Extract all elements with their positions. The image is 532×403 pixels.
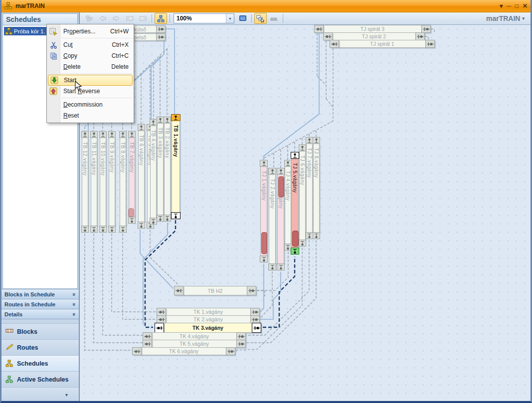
splitter-grip[interactable] bbox=[1, 319, 79, 323]
block-signal-icon[interactable] bbox=[284, 160, 292, 167]
block-signal-icon[interactable] bbox=[313, 137, 320, 144]
track-block[interactable]: TB 6.vágány bbox=[138, 131, 145, 222]
block-signal-icon[interactable] bbox=[90, 226, 98, 233]
view-a-button[interactable] bbox=[123, 13, 136, 24]
block-signal-icon[interactable] bbox=[277, 168, 285, 175]
sidebar-item-schedules[interactable]: Schedules bbox=[1, 355, 79, 371]
block-connector-icon[interactable] bbox=[143, 332, 152, 340]
block-connector-icon[interactable] bbox=[250, 308, 260, 316]
collapsible-panel-details[interactable]: Details » bbox=[1, 309, 79, 319]
menu-item-start-reverse[interactable]: Start Reverse bbox=[47, 86, 134, 97]
block-connector-icon[interactable] bbox=[250, 315, 260, 323]
block-signal-icon[interactable] bbox=[306, 137, 313, 144]
block-signal-icon[interactable] bbox=[157, 215, 164, 222]
track-block[interactable]: TJ 8.vágány bbox=[313, 143, 320, 233]
block-signal-icon[interactable] bbox=[128, 217, 136, 224]
menu-item-delete[interactable]: Delete Delete bbox=[47, 61, 134, 72]
zoom-combobox[interactable]: 100% ▾ bbox=[174, 13, 234, 23]
app-menu-button[interactable]: marTRAIN ▾ bbox=[486, 14, 528, 22]
block-signal-icon[interactable] bbox=[81, 131, 89, 138]
track-block[interactable]: TB H2 bbox=[183, 286, 247, 295]
menu-item-properties[interactable]: Properties... Ctrl+W bbox=[47, 26, 134, 37]
minimize-button[interactable]: ─ bbox=[507, 3, 511, 9]
block-signal-icon[interactable] bbox=[99, 226, 107, 233]
block-signal-icon[interactable] bbox=[119, 226, 127, 233]
menu-item-copy[interactable]: Copy Ctrl+C bbox=[47, 50, 134, 61]
sidebar-item-blocks[interactable]: Blocks bbox=[1, 323, 79, 339]
block-signal-icon[interactable] bbox=[138, 124, 145, 131]
back-button[interactable] bbox=[96, 13, 109, 24]
block-signal-icon[interactable] bbox=[260, 160, 268, 167]
track-block[interactable]: TB 11.vágány bbox=[91, 137, 97, 226]
block-signal-icon[interactable] bbox=[108, 226, 116, 233]
block-connector-icon[interactable] bbox=[252, 323, 261, 333]
sidebar-item-routes[interactable]: Routes bbox=[1, 339, 79, 355]
diagram-stack-button[interactable] bbox=[83, 13, 95, 24]
track-block[interactable]: TK 5.vágány bbox=[152, 340, 237, 348]
block-connector-icon[interactable] bbox=[156, 25, 166, 33]
block-signal-icon[interactable] bbox=[90, 131, 98, 138]
block-signal-icon[interactable] bbox=[81, 226, 89, 233]
track-block[interactable]: TJ spirál 2 bbox=[332, 32, 416, 40]
track-block[interactable]: TB 1.vágány bbox=[172, 121, 180, 213]
block-signal-icon[interactable] bbox=[291, 248, 299, 255]
block-signal-icon[interactable] bbox=[268, 264, 276, 270]
block-connector-icon[interactable] bbox=[247, 286, 256, 295]
block-signal-icon[interactable] bbox=[108, 131, 116, 138]
menu-item-start[interactable]: Start bbox=[48, 75, 133, 86]
block-connector-icon[interactable] bbox=[236, 340, 246, 348]
block-connector-icon[interactable] bbox=[425, 40, 435, 48]
block-connector-icon[interactable] bbox=[132, 347, 142, 355]
block-signal-icon[interactable] bbox=[171, 212, 180, 219]
track-block[interactable]: TB 10.vágány bbox=[100, 137, 106, 226]
menu-item-decommission[interactable]: Decommission bbox=[47, 99, 134, 110]
monitor-button[interactable] bbox=[236, 13, 249, 24]
block-connector-icon[interactable] bbox=[226, 347, 235, 355]
block-signal-icon[interactable] bbox=[268, 168, 276, 175]
block-signal-icon[interactable] bbox=[99, 131, 107, 138]
block-signal-icon[interactable] bbox=[119, 131, 127, 138]
window-menu-button[interactable]: ▾ bbox=[500, 3, 503, 9]
track-block[interactable]: TJ 2.vágány bbox=[269, 174, 276, 264]
station-button[interactable] bbox=[268, 13, 280, 24]
block-connector-icon[interactable] bbox=[156, 33, 166, 41]
track-diagram-canvas[interactable]: TB 12.vágány TB 11.vágány TB 10.vágány T… bbox=[80, 25, 531, 402]
block-signal-icon[interactable] bbox=[164, 215, 171, 222]
block-signal-icon[interactable] bbox=[291, 152, 299, 159]
menu-item-reset[interactable]: Reset bbox=[47, 110, 134, 121]
block-connector-icon[interactable] bbox=[157, 315, 166, 323]
track-block[interactable]: TJ 7.vágány bbox=[306, 143, 313, 233]
block-connector-icon[interactable] bbox=[415, 32, 425, 40]
track-block[interactable]: TK 2.vágány bbox=[166, 315, 251, 323]
track-block[interactable]: TJ spirál 3 bbox=[323, 25, 422, 33]
block-signal-icon[interactable] bbox=[306, 232, 313, 239]
track-block[interactable]: TB 7.vágány bbox=[129, 137, 135, 217]
track-block[interactable]: TB 9.vágány bbox=[109, 137, 115, 226]
track-block[interactable]: TK 1.vágány bbox=[166, 308, 251, 316]
track-block[interactable]: TK 4.vágány bbox=[152, 332, 237, 340]
block-signal-icon[interactable] bbox=[260, 256, 268, 263]
zoom-dropdown-button[interactable]: ▾ bbox=[226, 14, 234, 23]
maximize-button[interactable]: □ bbox=[515, 3, 519, 9]
block-connector-icon[interactable] bbox=[330, 40, 339, 48]
view-b-button[interactable] bbox=[137, 13, 149, 24]
block-signal-icon[interactable] bbox=[157, 117, 164, 124]
track-block[interactable]: TJ 4.vágány bbox=[285, 166, 291, 244]
track-block[interactable]: TJ spirál 1 bbox=[339, 40, 426, 48]
track-block[interactable]: TB 4.vágány bbox=[150, 126, 157, 218]
block-connector-icon[interactable] bbox=[155, 323, 164, 333]
track-block[interactable]: TB 2.vágány bbox=[164, 123, 171, 215]
block-signal-icon[interactable] bbox=[277, 264, 285, 270]
forward-button[interactable] bbox=[110, 13, 122, 24]
block-signal-icon[interactable] bbox=[150, 119, 157, 126]
collapsible-panel-blocks-in-schedule[interactable]: Blocks in Schedule » bbox=[1, 289, 79, 299]
block-connector-icon[interactable] bbox=[143, 340, 152, 348]
block-signal-icon[interactable] bbox=[171, 114, 180, 121]
block-connector-icon[interactable] bbox=[314, 25, 324, 33]
sidebar-item-active-schedules[interactable]: Active Schedules bbox=[1, 371, 79, 387]
sidebar-overflow-button[interactable]: ▾ bbox=[65, 392, 68, 398]
block-connector-icon[interactable] bbox=[421, 25, 431, 33]
block-signal-icon[interactable] bbox=[313, 232, 320, 239]
menu-item-cut[interactable]: Cut Ctrl+X bbox=[47, 39, 134, 50]
track-block[interactable]: TK 6.vágány bbox=[141, 347, 226, 355]
